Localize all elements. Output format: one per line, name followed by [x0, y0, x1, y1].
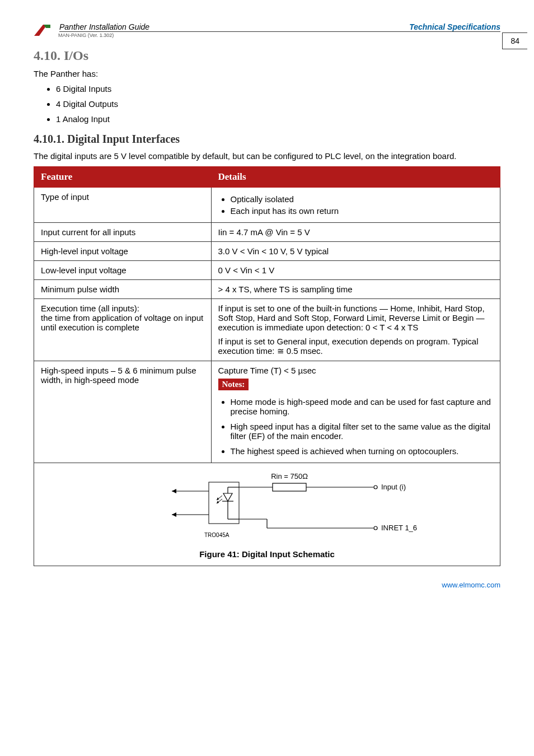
details-cell: 3.0 V < Vin < 10 V, 5 V typical: [211, 242, 500, 261]
inret-label: INRET 1_6: [381, 524, 417, 532]
svg-marker-22: [172, 512, 176, 517]
svg-rect-0: [273, 483, 306, 491]
section-bullet-list: 6 Digital Inputs 4 Digital Outputs 1 Ana…: [34, 84, 500, 124]
list-item: 4 Digital Outputs: [56, 99, 500, 109]
details-paragraph: If input is set to General input, execut…: [218, 337, 493, 356]
feature-cell: Input current for all inputs: [34, 223, 212, 242]
input-label: Input (i): [381, 483, 406, 491]
spec-table: Feature Details Type of input Optically …: [34, 166, 500, 566]
subsection-heading: 4.10.1. Digital Input Interfaces: [34, 133, 500, 146]
svg-marker-20: [172, 489, 176, 493]
list-item: Home mode is high-speed mode and can be …: [231, 397, 493, 416]
table-row: Input current for all inputs Iin = 4.7 m…: [34, 223, 500, 242]
table-header-feature: Feature: [34, 167, 212, 188]
table-row: Minimum pulse width > 4 x TS, where TS i…: [34, 280, 500, 299]
table-header-details: Details: [211, 167, 500, 188]
feature-cell: Execution time (all inputs): the time fr…: [34, 299, 212, 361]
subsection-intro: The digital inputs are 5 V level compati…: [34, 151, 500, 161]
tro-label: TRO045A: [204, 532, 229, 538]
table-row-figure: Rin = 750Ω Input (i): [34, 463, 500, 566]
doc-code: MAN-PANIG (Ver. 1.302): [58, 32, 500, 38]
details-paragraph: If input is set to one of the built-in f…: [218, 304, 493, 332]
doc-title: Panther Installation Guide: [59, 22, 149, 31]
details-cell: If input is set to one of the built-in f…: [211, 299, 500, 361]
capture-time-line: Capture Time (T) < 5 µsec: [218, 366, 493, 375]
section-intro: The Panther has:: [34, 69, 500, 78]
table-row: High-speed inputs – 5 & 6 minimum pulse …: [34, 361, 500, 463]
svg-point-18: [374, 526, 377, 530]
footer-url[interactable]: www.elmomc.com: [34, 581, 500, 589]
details-cell: > 4 x TS, where TS is sampling time: [211, 280, 500, 299]
section-title: Technical Specifications: [409, 22, 500, 31]
figure-cell: Rin = 750Ω Input (i): [34, 463, 500, 566]
figure-caption: Figure 41: Digital Input Schematic: [40, 549, 494, 559]
list-item: The highest speed is achieved when turni…: [231, 446, 493, 456]
feature-cell: Low-level input voltage: [34, 261, 212, 280]
feature-cell: Minimum pulse width: [34, 280, 212, 299]
rin-label: Rin = 750Ω: [271, 472, 308, 480]
svg-rect-4: [209, 482, 239, 524]
notes-badge: Notes:: [218, 379, 249, 390]
svg-marker-7: [223, 493, 232, 501]
page-header: 84 Panther Installation Guide Technical …: [34, 22, 500, 38]
details-cell: 0 V < Vin < 1 V: [211, 261, 500, 280]
page-number-badge: 84: [502, 32, 527, 49]
page-number: 84: [510, 36, 519, 45]
feature-cell: High-speed inputs – 5 & 6 minimum pulse …: [34, 361, 212, 463]
table-row: Low-level input voltage 0 V < Vin < 1 V: [34, 261, 500, 280]
details-cell: Iin = 4.7 mA @ Vin = 5 V: [211, 223, 500, 242]
feature-cell: High-level input voltage: [34, 242, 212, 261]
list-item: High speed input has a digital filter se…: [231, 422, 493, 441]
list-item: Optically isolated: [231, 194, 493, 204]
list-item: 6 Digital Inputs: [56, 84, 500, 94]
table-row: High-level input voltage 3.0 V < Vin < 1…: [34, 242, 500, 261]
digital-input-schematic-icon: Rin = 750Ω Input (i): [110, 471, 424, 544]
list-item: Each input has its own return: [231, 206, 493, 216]
feature-cell: Type of input: [34, 188, 212, 223]
svg-point-2: [374, 486, 377, 489]
brand-logo-icon: [34, 22, 53, 38]
details-cell: Optically isolated Each input has its ow…: [211, 188, 500, 223]
table-row: Execution time (all inputs): the time fr…: [34, 299, 500, 361]
details-cell: Capture Time (T) < 5 µsec Notes: Home mo…: [211, 361, 500, 463]
table-row: Type of input Optically isolated Each in…: [34, 188, 500, 223]
list-item: 1 Analog Input: [56, 114, 500, 124]
section-heading: 4.10. I/Os: [34, 48, 500, 63]
